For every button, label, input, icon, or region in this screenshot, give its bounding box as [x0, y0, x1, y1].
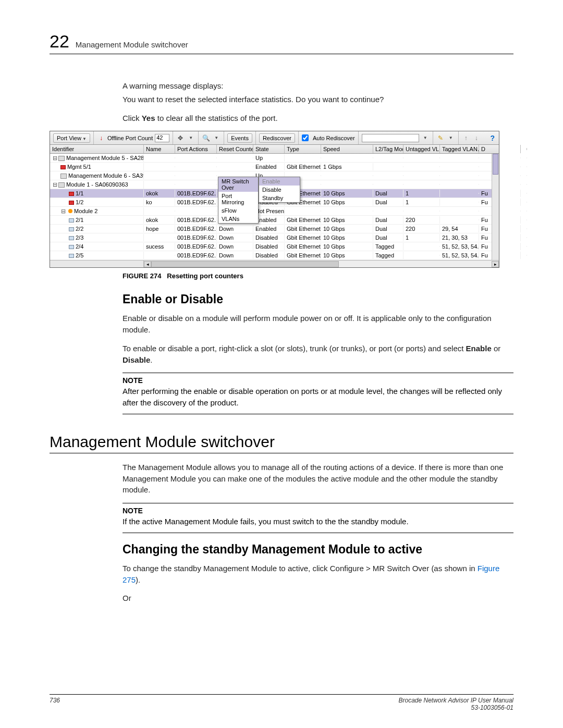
- rediscover-button[interactable]: Rediscover: [259, 133, 295, 143]
- table-row[interactable]: Mgmt 5/1EnabledGbit Ethernet I...1 Gbps: [50, 163, 499, 171]
- down-arrow-icon: ↓: [97, 134, 105, 142]
- col-l2[interactable]: L2/Tag Mode: [373, 145, 403, 153]
- table-row[interactable]: ⊟Module 2Not Present: [50, 207, 499, 216]
- toolbar: Port View ↓ Offline Port Count 42 ✥ 🔍 Ev…: [50, 131, 499, 145]
- port-grid: Identifier Name Port Actions Reset Count…: [50, 145, 499, 267]
- manual-title: Brocade Network Advisor IP User Manual: [398, 697, 513, 704]
- col-name[interactable]: Name: [144, 145, 175, 153]
- change-p1: To change the standby Management Module …: [123, 563, 513, 586]
- table-row[interactable]: 2/2hope001B.ED9F.62...DownEnabledGbit Et…: [50, 225, 499, 233]
- submenu-disable[interactable]: Disable: [259, 186, 300, 194]
- table-row[interactable]: 2/3001B.ED9F.62...DownDisabledGbit Ether…: [50, 233, 499, 242]
- offline-label: Offline Port Count: [107, 135, 153, 141]
- menu-port-mirroring[interactable]: Port Mirroring: [218, 192, 258, 206]
- device-icon: [58, 156, 65, 161]
- port-icon: [69, 192, 74, 196]
- hscroll-left-arrow[interactable]: ◂: [144, 261, 151, 267]
- col-identifier[interactable]: Identifier: [50, 145, 144, 153]
- vertical-scrollbar[interactable]: [492, 154, 499, 260]
- enable-p1: Enable or disable on a module will perfo…: [123, 313, 513, 336]
- col-port-actions[interactable]: Port Actions: [175, 145, 217, 153]
- events-button[interactable]: Events: [227, 133, 252, 143]
- doc-number: 53-1003056-01: [471, 704, 513, 711]
- port-icon: [69, 245, 74, 249]
- port-icon: [69, 236, 74, 240]
- page-header: 22 Management Module switchover: [50, 31, 513, 54]
- filter-dropdown[interactable]: [421, 134, 430, 142]
- col-tvlan[interactable]: Tagged VLAN...: [440, 145, 479, 153]
- col-type[interactable]: Type: [285, 145, 321, 153]
- intro-line-2: You want to reset the selected interface…: [123, 94, 513, 105]
- page-number: 736: [50, 697, 60, 711]
- enable-p2: To enable or disable a port, right-click…: [123, 343, 513, 366]
- chapter-number: 22: [50, 31, 69, 52]
- intro-line-3: Click Yes to clear all the statistics of…: [123, 113, 513, 124]
- mm-p1: The Management Module allows you to mana…: [123, 462, 513, 496]
- figure-caption: FIGURE 274 Resetting port counters: [123, 272, 513, 280]
- col-d[interactable]: D: [479, 145, 521, 153]
- port-icon: [69, 254, 74, 258]
- table-row[interactable]: 2/4sucess001B.ED9F.62...DownDisabledGbit…: [50, 242, 499, 251]
- menu-vlans[interactable]: VLANs: [218, 215, 258, 223]
- note-enable: NOTE After performing the enable or disa…: [123, 373, 513, 414]
- magnifier-icon[interactable]: 🔍: [202, 134, 210, 142]
- table-row[interactable]: ⊟Management Module 5 - SA28090806Up: [50, 154, 499, 163]
- grid-body: ⊟Management Module 5 - SA28090806UpMgmt …: [50, 154, 499, 260]
- menu-sflow[interactable]: sFlow: [218, 206, 258, 215]
- context-menu[interactable]: MR Switch Over Port Mirroring sFlow VLAN…: [218, 177, 259, 224]
- note-body: After performing the enable or disable o…: [123, 386, 513, 409]
- note-label-2: NOTE: [123, 507, 513, 515]
- brush-dropdown[interactable]: [447, 134, 455, 142]
- port-icon: [69, 227, 74, 231]
- down-arrow-icon-2[interactable]: ↓: [472, 134, 481, 142]
- submenu-enable[interactable]: Enable: [259, 177, 300, 186]
- intro-line-1: A warning message displays:: [123, 80, 513, 92]
- port-icon: [69, 218, 74, 223]
- col-state[interactable]: State: [253, 145, 285, 153]
- col-speed[interactable]: Speed: [321, 145, 373, 153]
- chapter-title: Management Module switchover: [76, 40, 188, 49]
- device-icon: [60, 174, 67, 179]
- table-row[interactable]: 2/1okok001B.ED9F.62...DownEnabledGbit Et…: [50, 216, 499, 225]
- port-icon: [60, 165, 66, 169]
- context-submenu[interactable]: Enable Disable Standby: [259, 177, 300, 203]
- note-label: NOTE: [123, 376, 513, 385]
- auto-rediscover-checkbox[interactable]: [302, 134, 309, 141]
- hscroll-right-arrow[interactable]: ▸: [492, 261, 499, 267]
- col-uvlan[interactable]: Untagged VL...: [403, 145, 440, 153]
- up-arrow-icon[interactable]: ↑: [462, 134, 470, 142]
- offline-count-value: 42: [155, 134, 169, 142]
- port-icon: [69, 201, 74, 205]
- table-row[interactable]: 2/5001B.ED9F.62...DownDisabledGbit Ether…: [50, 251, 499, 260]
- brush-icon[interactable]: ✎: [436, 134, 445, 142]
- col-reset[interactable]: Reset Counter: [217, 145, 253, 153]
- hscroll-thumb[interactable]: [151, 261, 339, 267]
- page-footer: 736 Brocade Network Advisor IP User Manu…: [50, 694, 513, 711]
- status-dot-icon: [68, 209, 72, 213]
- change-p2: Or: [123, 593, 513, 604]
- auto-rediscover-label: Auto Rediscover: [313, 135, 355, 141]
- help-icon[interactable]: ?: [490, 134, 499, 142]
- wrench-icon[interactable]: ✥: [176, 134, 185, 142]
- heading-changing-standby: Changing the standby Management Module t…: [123, 542, 513, 557]
- grid-header: Identifier Name Port Actions Reset Count…: [50, 145, 499, 154]
- scrollbar-thumb[interactable]: [493, 154, 498, 175]
- port-view-dropdown[interactable]: Port View: [53, 133, 90, 143]
- heading-mm-switchover: Management Module switchover: [50, 433, 513, 453]
- magnifier-dropdown[interactable]: [212, 134, 221, 142]
- note-mm: NOTE If the active Management Module fai…: [123, 503, 513, 533]
- screenshot-port-view: Port View ↓ Offline Port Count 42 ✥ 🔍 Ev…: [50, 131, 499, 268]
- wrench-dropdown[interactable]: [187, 134, 195, 142]
- device-icon: [58, 182, 65, 188]
- horizontal-scrollbar[interactable]: ◂ ▸: [50, 260, 499, 267]
- filter-input[interactable]: [362, 134, 419, 142]
- heading-enable-disable: Enable or Disable: [123, 292, 513, 306]
- submenu-standby[interactable]: Standby: [259, 194, 300, 202]
- menu-mr-switch-over[interactable]: MR Switch Over: [218, 177, 258, 192]
- note-body-2: If the active Management Module fails, y…: [123, 516, 513, 527]
